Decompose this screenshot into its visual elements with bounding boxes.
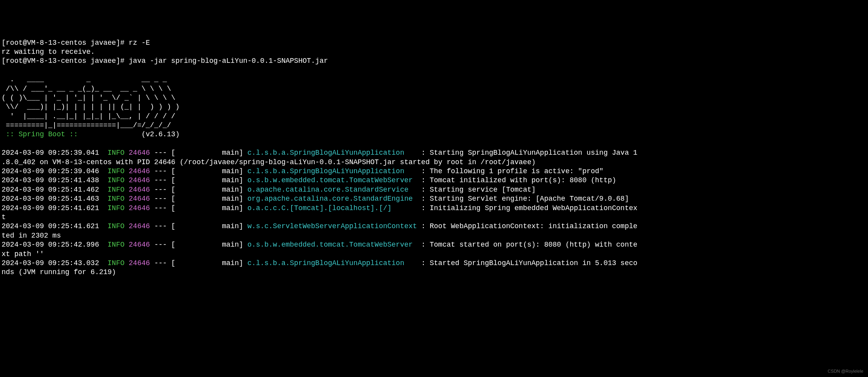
log-lines: 2024-03-09 09:25:39.041 INFO 24646 --- [… [2, 148, 866, 277]
prompt-line-2: [root@VM-8-13-centos javaee]# java -jar … [2, 57, 328, 65]
log-line: 2024-03-09 09:25:41.462 INFO 24646 --- [… [2, 185, 866, 194]
log-line: 2024-03-09 09:25:42.996 INFO 24646 --- [… [2, 240, 866, 259]
log-line: 2024-03-09 09:25:41.621 INFO 24646 --- [… [2, 204, 866, 222]
spring-boot-label: :: Spring Boot :: [2, 130, 141, 138]
log-line: 2024-03-09 09:25:41.463 INFO 24646 --- [… [2, 194, 866, 203]
spring-banner: . ____ _ __ _ _ /\\ / ___'_ __ _ _(_)_ _… [2, 75, 180, 138]
log-line: 2024-03-09 09:25:43.032 INFO 24646 --- [… [2, 259, 866, 277]
prompt-line-1: [root@VM-8-13-centos javaee]# rz -E [2, 39, 150, 47]
log-line: 2024-03-09 09:25:39.041 INFO 24646 --- [… [2, 148, 866, 167]
rz-wait-text: rz waiting to receive. [2, 48, 95, 56]
terminal-output: [root@VM-8-13-centos javaee]# rz -E rz w… [2, 38, 866, 277]
log-line: 2024-03-09 09:25:41.438 INFO 24646 --- [… [2, 176, 866, 185]
log-line: 2024-03-09 09:25:41.621 INFO 24646 --- [… [2, 222, 866, 240]
log-line: 2024-03-09 09:25:39.046 INFO 24646 --- [… [2, 167, 866, 176]
